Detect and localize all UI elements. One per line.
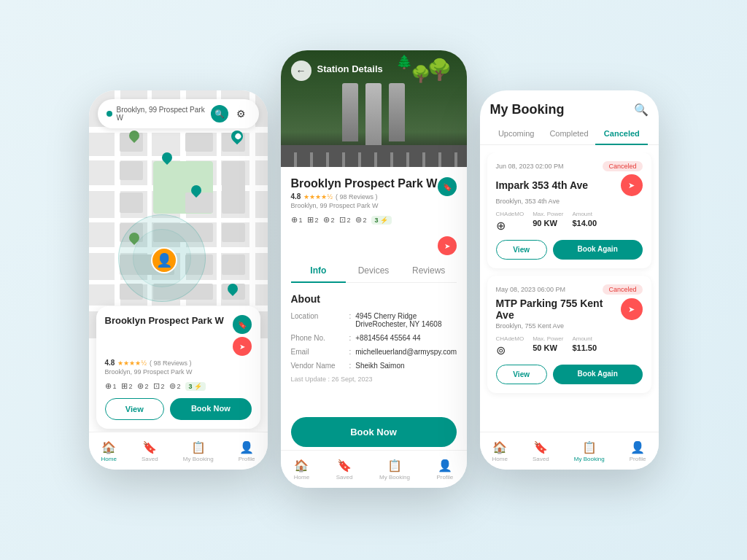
nav3-booking[interactable]: 📋 My Booking: [574, 440, 605, 462]
nav2-profile[interactable]: 👤 Profile: [436, 459, 453, 481]
tab-upcoming[interactable]: Upcoming: [490, 123, 543, 145]
book-now-button[interactable]: Book Now: [291, 417, 457, 447]
amount-value-1: $14.00: [572, 219, 597, 228]
profile-icon-2: 👤: [438, 459, 452, 472]
detail-address: Brooklyn, 99 Prospect Park W: [291, 202, 438, 209]
booking-tabs: Upcoming Completed Canceled: [480, 123, 659, 145]
home-icon-2: 🏠: [294, 459, 309, 472]
navigate-icon-btn[interactable]: ➤: [233, 337, 252, 356]
phone-row: Phone No. : +8814564 45564 44: [291, 334, 457, 342]
map-pin-1[interactable]: [231, 131, 243, 142]
map-pin-3[interactable]: [191, 185, 201, 195]
nav-booking[interactable]: 📋 My Booking: [183, 440, 214, 462]
email-label: Email: [291, 348, 349, 356]
rating: 4.8: [105, 359, 115, 367]
tab-canceled[interactable]: Canceled: [595, 123, 648, 145]
detail-nav-btn[interactable]: ➤: [438, 236, 457, 255]
book-now-button[interactable]: Book Now: [170, 398, 251, 420]
amount-value-2: $11.50: [572, 343, 597, 352]
power-value-2: 50 KW: [533, 343, 563, 352]
booking-date-1: Jun 08, 2023 02:00 PM: [496, 163, 564, 170]
amount-spec-2: Amount $11.50: [572, 335, 597, 357]
station-detail-name: Brooklyn Prospect Park W: [291, 177, 438, 190]
station-name: Brooklyn Prospect Park W: [105, 315, 224, 326]
last-update: Last Update : 26 Sept, 2023: [291, 376, 457, 383]
nav2-home[interactable]: 🏠 Home: [294, 459, 309, 481]
charger-5: ⊚ 2: [169, 381, 181, 391]
view-button[interactable]: View: [105, 398, 165, 420]
map-pin-5[interactable]: [129, 233, 139, 243]
nav-home[interactable]: 🏠 Home: [101, 440, 117, 462]
nav2-booking[interactable]: 📋 My Booking: [379, 459, 410, 481]
user-location: 👤: [151, 247, 177, 273]
reviews: ( 98 Reviews ): [150, 359, 192, 367]
nav3-profile[interactable]: 👤 Profile: [630, 440, 646, 462]
booking-search-icon[interactable]: 🔍: [634, 103, 649, 117]
view-btn-2[interactable]: View: [496, 365, 547, 384]
tab-info[interactable]: Info: [291, 260, 347, 283]
location-value: 4945 Cherry Ridge DriveRochester, NY 146…: [355, 312, 456, 328]
nav2-saved[interactable]: 🔖 Saved: [336, 459, 353, 481]
view-btn-1[interactable]: View: [496, 240, 547, 260]
detail-save-btn[interactable]: 🔖: [438, 177, 457, 196]
phone-station-details: 🌳 🌳 🌲 ← Station Details Brooklyn Prospec…: [281, 50, 467, 488]
nav-booking-label: My Booking: [183, 456, 214, 462]
book-again-btn-2[interactable]: Book Again: [553, 365, 643, 384]
power-value-1: 90 KW: [533, 219, 563, 228]
email-row: Email : michelleuerland@armyspy.com: [291, 348, 457, 356]
bottom-nav: 🏠 Home 🔖 Saved 📋 My Booking 👤 Profile: [89, 432, 268, 470]
back-button[interactable]: ←: [291, 61, 311, 81]
detail-tabs: Info Devices Reviews: [291, 260, 457, 283]
search-input[interactable]: Brooklyn, 99 Prospect Park W: [117, 106, 206, 122]
home-icon-3: 🏠: [492, 440, 507, 454]
search-button[interactable]: 🔍: [211, 105, 228, 122]
booking-nav-btn-2[interactable]: ➤: [621, 298, 642, 320]
charger-icon-2: ⊚: [496, 343, 525, 357]
charger-spec-1: CHAdeMO ⊕: [496, 211, 525, 233]
amount-spec-1: Amount $14.00: [572, 211, 597, 233]
charger-4: ⊡ 2: [153, 381, 165, 391]
charger-spec-2: CHAdeMO ⊚: [496, 335, 525, 357]
booking-item-2: May 08, 2023 06:00 PM Canceled MTP Parki…: [487, 276, 651, 393]
power-label-2: Max. Power: [533, 335, 563, 342]
location-dot: [107, 111, 112, 117]
booking-name-2: MTP Parking 755 Kent Ave: [496, 298, 622, 321]
charger-1: ⊕ 1: [105, 381, 117, 391]
map-pin-2[interactable]: [162, 152, 172, 163]
booking-icon-3: 📋: [582, 440, 597, 454]
tab-reviews[interactable]: Reviews: [401, 260, 457, 283]
vendor-label: Vendor Name: [291, 362, 349, 370]
phone-map: 👤 Brooklyn, 99 Prospect Park W 🔍 ⚙ Brook…: [89, 90, 268, 470]
green-count: 3 ⚡: [185, 382, 206, 391]
page-title: Station Details: [317, 63, 383, 74]
charger-label-2: CHAdeMO: [496, 335, 525, 342]
charger-icon-1: ⊕: [496, 219, 525, 233]
detail-reviews: ( 98 Reviews ): [336, 193, 378, 201]
filter-button[interactable]: ⚙: [233, 105, 250, 122]
map-pin-4[interactable]: [129, 131, 139, 141]
address: Brooklyn, 99 Prospect Park W: [105, 368, 252, 376]
station-photo: 🌳 🌳 🌲 ← Station Details: [281, 50, 467, 167]
nav-saved[interactable]: 🔖 Saved: [142, 440, 158, 462]
home-icon: 🏠: [101, 440, 116, 454]
charger-3: ⊛ 2: [137, 381, 149, 391]
tab-completed[interactable]: Completed: [543, 123, 595, 145]
nav-profile[interactable]: 👤 Profile: [239, 440, 255, 462]
booking-nav-btn-1[interactable]: ➤: [621, 174, 643, 196]
booking-title: My Booking: [490, 102, 565, 117]
tab-devices[interactable]: Devices: [346, 260, 401, 283]
nav-home-label: Home: [101, 456, 117, 462]
amount-label-1: Amount: [572, 211, 597, 217]
nav-saved-label: Saved: [142, 456, 158, 462]
nav3-saved[interactable]: 🔖 Saved: [533, 440, 549, 462]
booking-header: My Booking 🔍: [480, 90, 659, 123]
book-again-btn-1[interactable]: Book Again: [553, 240, 643, 260]
nav3-home[interactable]: 🏠 Home: [492, 440, 508, 462]
search-bar[interactable]: Brooklyn, 99 Prospect Park W 🔍 ⚙: [98, 99, 259, 128]
stars: ★★★★½: [117, 359, 147, 367]
booking-item-1: Jun 08, 2023 02:00 PM Canceled Impark 35…: [487, 152, 651, 268]
station-card: Brooklyn Prospect Park W 🔖 ➤ 4.8 ★★★★½ (…: [96, 306, 260, 429]
save-icon-btn[interactable]: 🔖: [233, 315, 252, 334]
map-pin-6[interactable]: [228, 284, 238, 294]
location-label: Location: [291, 312, 349, 320]
